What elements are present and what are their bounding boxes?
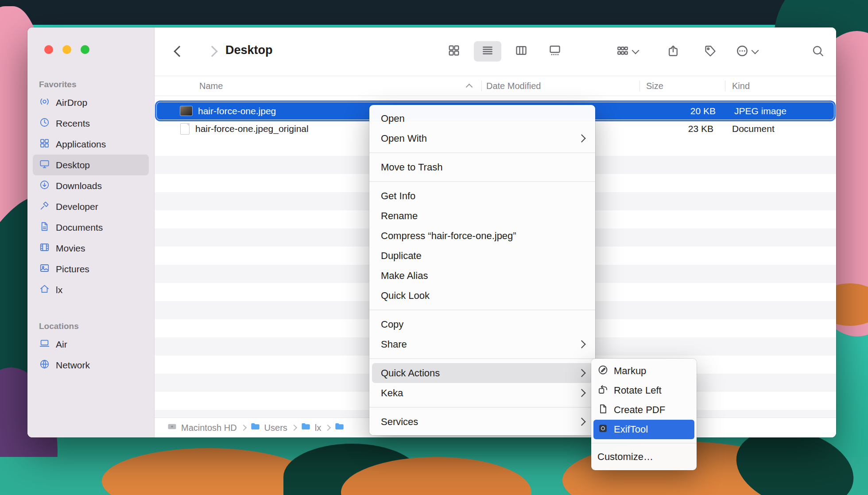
path-item-users[interactable]: Users [250, 422, 287, 434]
sidebar-item-label: Desktop [56, 160, 90, 170]
file-name: hair-force-one.jpeg_original [195, 124, 309, 134]
forward-button[interactable] [204, 43, 220, 59]
window-title: Desktop [225, 43, 273, 57]
share-icon [666, 44, 680, 59]
menu-item-make-alias[interactable]: Make Alias [369, 266, 595, 286]
sidebar: Favorites AirDrop Recents Applications D… [27, 27, 155, 437]
submenu-item-rotate-left[interactable]: Rotate Left [591, 381, 697, 400]
menu-item-rename[interactable]: Rename [369, 206, 595, 226]
menu-separator [369, 152, 595, 153]
chevron-right-icon [325, 425, 331, 431]
column-divider[interactable] [725, 81, 725, 91]
desktop-monitor-icon [39, 159, 50, 172]
menu-item-quick-look[interactable]: Quick Look [369, 286, 595, 306]
submenu-item-markup[interactable]: Markup [591, 361, 697, 381]
sidebar-item-pictures[interactable]: Pictures [33, 259, 149, 279]
tag-button[interactable] [704, 44, 717, 59]
submenu-item-create-pdf[interactable]: Create PDF [591, 400, 697, 420]
menu-item-duplicate[interactable]: Duplicate [369, 246, 595, 266]
submenu-item-exiftool[interactable]: ExifTool [593, 420, 694, 439]
markup-pen-icon [597, 364, 608, 378]
submenu-arrow-icon [577, 418, 585, 425]
icon-view-button[interactable] [440, 41, 468, 62]
file-size: 20 KB [642, 106, 727, 116]
sidebar-item-label: lx [56, 285, 62, 295]
zoom-button[interactable] [81, 45, 89, 54]
close-button[interactable] [44, 45, 53, 54]
sidebar-item-label: AirDrop [56, 97, 87, 108]
menu-item-open[interactable]: Open [369, 108, 595, 128]
minimize-button[interactable] [62, 45, 71, 54]
submenu-arrow-icon [577, 369, 585, 377]
path-item-lx[interactable]: lx [301, 422, 321, 434]
clock-icon [39, 117, 50, 130]
folder-icon [301, 422, 311, 434]
column-view-button[interactable] [508, 41, 535, 62]
airdrop-icon [39, 96, 50, 109]
column-divider[interactable] [481, 81, 482, 91]
sidebar-item-label: Downloads [56, 181, 102, 191]
menu-item-open-with[interactable]: Open With [369, 128, 595, 148]
context-menu: Open Open With Move to Trash Get Info Re… [369, 105, 595, 435]
sidebar-item-movies[interactable]: Movies [33, 238, 149, 259]
sidebar-item-network[interactable]: Network [33, 355, 149, 375]
back-button[interactable] [171, 43, 187, 59]
gallery-view-button[interactable] [541, 41, 569, 62]
sidebar-item-applications[interactable]: Applications [33, 134, 149, 155]
sidebar-item-documents[interactable]: Documents [33, 217, 149, 238]
home-icon [39, 283, 50, 297]
sidebar-item-airdrop[interactable]: AirDrop [33, 92, 149, 113]
search-button[interactable] [811, 44, 825, 59]
sidebar-section-favorites: Favorites AirDrop Recents Applications D… [27, 80, 154, 300]
menu-item-copy[interactable]: Copy [369, 314, 595, 334]
menu-item-get-info[interactable]: Get Info [369, 186, 595, 206]
sidebar-item-label: Pictures [56, 264, 89, 275]
list-view-icon [481, 44, 494, 59]
menu-item-share[interactable]: Share [369, 334, 595, 354]
share-button[interactable] [666, 44, 680, 59]
menu-separator [591, 443, 697, 444]
path-item-macintosh-hd[interactable]: Macintosh HD [167, 422, 237, 434]
sidebar-item-desktop[interactable]: Desktop [33, 155, 149, 175]
menu-item-keka[interactable]: Keka [369, 383, 595, 403]
sidebar-item-recents[interactable]: Recents [33, 113, 149, 134]
menu-item-quick-actions[interactable]: Quick Actions [372, 363, 593, 383]
list-view-button[interactable] [474, 41, 501, 62]
path-item-hidden[interactable] [334, 422, 349, 434]
film-icon [39, 242, 50, 255]
sidebar-item-label: Developer [56, 201, 98, 212]
list-column-headers: Name Date Modified Size Kind [155, 76, 836, 96]
search-icon [811, 44, 825, 59]
toolbar: Desktop [155, 27, 836, 76]
file-kind: Document [725, 124, 836, 134]
sidebar-section-title: Locations [33, 321, 149, 331]
menu-item-services[interactable]: Services [369, 412, 595, 432]
column-view-icon [515, 44, 528, 59]
column-header-name[interactable]: Name [155, 81, 481, 91]
submenu-item-customize[interactable]: Customize… [591, 447, 697, 467]
chevron-right-icon [291, 425, 297, 431]
laptop-icon [39, 338, 50, 351]
column-divider[interactable] [639, 81, 640, 91]
sidebar-item-lx[interactable]: lx [33, 279, 149, 300]
submenu-arrow-icon [577, 134, 585, 142]
sidebar-item-developer[interactable]: Developer [33, 196, 149, 217]
file-kind: JPEG image [727, 106, 834, 116]
menu-item-move-to-trash[interactable]: Move to Trash [369, 157, 595, 177]
column-header-date-modified[interactable]: Date Modified [481, 81, 639, 91]
more-button[interactable] [736, 44, 758, 59]
wallpaper-dark-band [0, 0, 868, 25]
group-button[interactable] [616, 44, 638, 59]
sidebar-item-air[interactable]: Air [33, 334, 149, 355]
sidebar-item-label: Applications [56, 139, 106, 150]
globe-icon [39, 359, 50, 372]
sidebar-item-label: Network [56, 360, 90, 371]
menu-separator [369, 181, 595, 182]
menu-item-compress[interactable]: Compress “hair-force-one.jpeg” [369, 226, 595, 246]
document-icon [39, 221, 50, 234]
sidebar-item-downloads[interactable]: Downloads [33, 175, 149, 196]
column-header-kind[interactable]: Kind [725, 81, 836, 91]
rotate-left-icon [597, 384, 608, 398]
menu-separator [369, 309, 595, 310]
column-header-size[interactable]: Size [639, 81, 725, 91]
